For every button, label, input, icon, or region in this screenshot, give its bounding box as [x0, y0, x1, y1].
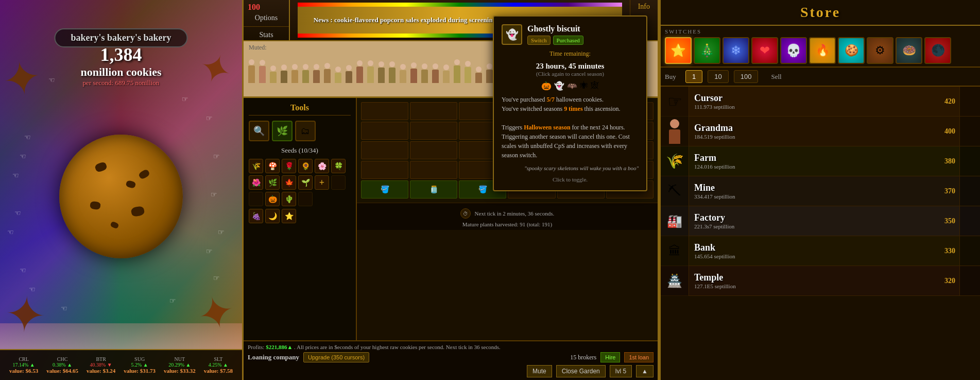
magnify-tool[interactable]: 🔍 [249, 121, 269, 141]
grandma-figure [441, 64, 451, 83]
seed-5[interactable]: 🌸 [315, 159, 329, 173]
seed-2[interactable]: 🍄 [265, 159, 280, 173]
expand-button[interactable]: ▲ [636, 365, 654, 377]
close-garden-button[interactable]: Close Garden [556, 365, 606, 377]
time-remaining-label: Time remaining: [502, 50, 639, 58]
grandma-figure [333, 67, 342, 83]
seed-14[interactable]: 🌙 [265, 209, 280, 223]
plant-tool[interactable]: 🌿 [272, 121, 293, 141]
cookie-click-zone[interactable] [59, 135, 183, 258]
sell-label: Sell [771, 73, 786, 81]
seed-grid: 🌾 🍄 🌹 🌻 🌸 🍀 🌺 🌿 🍁 🌱 + 🎃 🌵 [249, 159, 351, 206]
building-mine[interactable]: ⛏ Mine 334.417 septillion 370 [661, 176, 980, 206]
building-grandma[interactable]: Grandma 184.519 septillion 400 [661, 117, 980, 146]
grandma-figure [387, 61, 397, 83]
plot-4-1[interactable] [361, 161, 408, 179]
buy-qty-100[interactable]: 100 [734, 70, 759, 83]
harvest-tool[interactable]: 🗂 [295, 121, 316, 141]
seed-3[interactable]: 🌹 [282, 159, 296, 173]
seed-13[interactable]: 🍇 [249, 209, 263, 223]
grandma-price: 400 [929, 127, 959, 136]
switch-9[interactable]: 🍩 [896, 37, 922, 64]
factory-sprite-icon: 🏭 [667, 214, 682, 228]
plot-3-2[interactable] [410, 141, 457, 159]
switch-halloween[interactable]: ⭐ [665, 37, 692, 64]
switch-snowflake-icon: ❄ [731, 43, 741, 58]
seed-1[interactable]: 🌾 [249, 159, 263, 173]
building-cursor[interactable]: ☜ Cursor 111.973 septillion 420 [661, 87, 980, 117]
toggle-text[interactable]: Click to toggle. [502, 176, 639, 183]
bottom-stats-bar: CRL 17.14% ▲ value: $6.53 CHC 0.38% ▲ va… [0, 349, 242, 380]
purchased-badge: Purchased [553, 36, 583, 45]
profit-info-text: Profits: $221,886▲ . All prices are in $… [248, 344, 654, 350]
seed-10[interactable]: 🌱 [298, 175, 313, 190]
plot-5-1[interactable]: 🪣 [361, 180, 408, 199]
lvl-button[interactable]: lvl 5 [610, 365, 632, 377]
building-farm[interactable]: 🌾 Farm 124.016 septillion 380 [661, 146, 980, 176]
halloween-icons: 🎃👻🦇🕷🕸 [502, 81, 639, 91]
tools-panel: Tools 🔍 🌿 🗂 Seeds (10/34) 🌾 🍄 🌹 🌻 🌸 🍀 🌺 … [244, 98, 357, 340]
seed-9[interactable]: 🍁 [282, 175, 296, 190]
hire-button[interactable]: Hire [600, 352, 620, 362]
plot-4-2[interactable] [410, 161, 457, 179]
switch-10[interactable]: 🌑 [924, 37, 951, 64]
seed-empty-3 [298, 192, 313, 206]
switch-valentines[interactable]: ❄ [723, 37, 749, 64]
cookie-number: 1,384 [0, 44, 242, 65]
seed-15[interactable]: ⭐ [282, 209, 296, 223]
popup-line2: You've switched seasons 9 times this asc… [502, 104, 639, 113]
stat-chc: CHC 0.38% ▲ value: $64.65 [46, 356, 78, 374]
switch-6[interactable]: 🔥 [809, 37, 836, 64]
plot-5-2[interactable]: 🫙 [410, 180, 457, 199]
mute-button[interactable]: Mute [527, 365, 552, 377]
minigame-bottom-bar: Profits: $221,886▲ . All prices are in $… [244, 340, 658, 380]
grandma-icon [661, 117, 689, 146]
buy-qty-1[interactable]: 1 [685, 70, 702, 83]
buy-qty-10[interactable]: 10 [708, 70, 728, 83]
cursor-icon: ☜ [661, 87, 689, 117]
plot-2-1[interactable] [361, 122, 408, 140]
switches-grid: ⭐ 🎄 ❄ ❤ 💀 🔥 🍪 ⚙ 🍩 [665, 37, 976, 64]
bank-sprite-icon: 🏛 [668, 244, 681, 258]
building-factory[interactable]: 🏭 Factory 221.3s7 septillion 350 [661, 206, 980, 236]
plot-1-1[interactable] [361, 102, 408, 120]
building-temple[interactable]: 🏯 Temple 127.1E5 septillion 320 [661, 266, 980, 296]
bank-count [959, 236, 980, 266]
grandma-figure [344, 65, 353, 83]
plot-1-2[interactable] [410, 102, 457, 120]
cookie-label: nonillion cookies [0, 65, 242, 79]
next-tick-info: ⏱ Next tick in 2 minutes, 36 seconds. [361, 208, 654, 219]
switch-christmas[interactable]: 🎄 [694, 37, 720, 64]
mine-sprite-icon: ⛏ [668, 183, 681, 199]
plot-3-1[interactable] [361, 141, 408, 159]
seed-8[interactable]: 🌿 [265, 175, 280, 190]
building-bank[interactable]: 🏛 Bank 145.654 septillion 330 [661, 236, 980, 266]
minigame-controls: Mute Close Garden lvl 5 ▲ [248, 365, 654, 377]
season-popup: 👻 Ghostly biscuit Switch Purchased Time … [493, 15, 647, 191]
add-seed[interactable]: + [315, 175, 329, 190]
cancel-hint: (Click again to cancel season) [502, 71, 639, 77]
mine-cps: 334.417 septillion [694, 193, 923, 200]
switch-8[interactable]: ⚙ [867, 37, 893, 64]
factory-info: Factory 221.3s7 septillion [689, 210, 929, 232]
seed-11[interactable]: 🎃 [265, 192, 280, 206]
seed-7[interactable]: 🌺 [249, 175, 263, 190]
hand-cursor-icon: ☜ [667, 92, 682, 111]
temple-count [959, 266, 980, 295]
seed-6[interactable]: 🍀 [331, 159, 346, 173]
grandma-figure [312, 64, 321, 83]
bank-info: Bank 145.654 septillion [689, 240, 929, 262]
loan-button[interactable]: 1st loan [624, 352, 654, 362]
switch-cookie-icon: 🍪 [845, 44, 858, 57]
buy-label: Buy [665, 73, 680, 81]
plot-2-2[interactable] [410, 122, 457, 140]
upgrade-button[interactable]: Upgrade (350 cursors) [303, 352, 369, 362]
switch-7[interactable]: 🍪 [838, 37, 865, 64]
switch-easter[interactable]: ❤ [751, 37, 778, 64]
grandma-cps: 184.519 septillion [694, 134, 923, 140]
switch-fools[interactable]: 💀 [780, 37, 807, 64]
seed-4[interactable]: 🌻 [298, 159, 313, 173]
seed-12[interactable]: 🌵 [282, 192, 296, 206]
grandma-figure [474, 67, 483, 83]
grandma-figure [409, 62, 418, 83]
